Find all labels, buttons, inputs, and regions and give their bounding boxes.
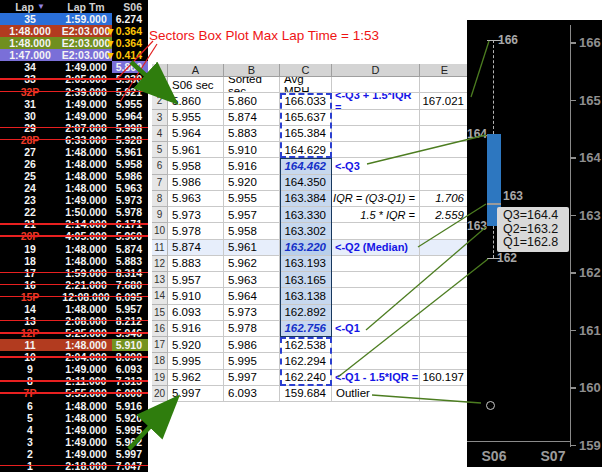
cell-e[interactable] <box>420 353 470 369</box>
cell-a[interactable]: 5.963 <box>168 191 224 207</box>
cell-b[interactable]: 5.997 <box>224 370 280 386</box>
cell-b[interactable]: 5.963 <box>224 272 280 288</box>
cell-e[interactable] <box>420 175 470 191</box>
lap-row[interactable]: 1:48.000E2:03.000▼0.364 <box>0 25 148 37</box>
sector-s06-cell[interactable]: 5.928 <box>112 134 148 146</box>
cell-c[interactable]: 163.302 <box>280 223 332 239</box>
lap-row[interactable]: 61:48.0005.916 <box>0 400 148 412</box>
cell-d[interactable]: Outlier <box>332 386 420 402</box>
lap-number-cell[interactable]: 25 <box>0 170 60 182</box>
cell-a[interactable]: 5.962 <box>168 370 224 386</box>
cell-b[interactable]: 6.093 <box>224 386 280 402</box>
cell-a[interactable]: 5.920 <box>168 337 224 353</box>
sector-s06-cell[interactable]: ▼0.364 <box>112 37 148 49</box>
cell-e[interactable] <box>420 77 470 93</box>
cell-e[interactable] <box>420 272 470 288</box>
lap-time-cell[interactable]: 2:21.000 <box>60 279 112 291</box>
cell-e[interactable] <box>420 288 470 304</box>
row-number[interactable]: 11 <box>152 240 168 256</box>
lap-row[interactable]: 162:21.0007.680 <box>0 279 148 291</box>
cell-d[interactable] <box>332 288 420 304</box>
row-number[interactable]: 9 <box>152 207 168 223</box>
cell-e[interactable]: 2.559 <box>420 207 470 223</box>
cell-c[interactable]: 162.240 <box>280 370 332 386</box>
cell-b[interactable]: 5.916 <box>224 158 280 174</box>
lap-number-cell[interactable]: 6 <box>0 400 60 412</box>
lap-number-cell[interactable]: 33 <box>0 73 60 85</box>
lap-time-cell[interactable]: 1:48.000 <box>60 339 112 351</box>
cell-c[interactable]: Avg MPH <box>280 77 332 93</box>
sector-s06-cell[interactable]: 6.274 <box>112 13 148 25</box>
cell-d[interactable] <box>332 353 420 369</box>
lap-number-cell[interactable]: 22 <box>0 206 60 218</box>
row-number[interactable]: 3 <box>152 110 168 126</box>
lap-row[interactable]: 102:04.0008.090 <box>0 351 148 363</box>
cell-a[interactable]: 5.916 <box>168 321 224 337</box>
lap-row[interactable]: 32P2:39.0005.921 <box>0 85 148 97</box>
lap-number-cell[interactable]: 13 <box>0 315 60 327</box>
lap-row[interactable]: 91:49.0006.093 <box>0 363 148 375</box>
lap-row[interactable]: 221:50.0005.978 <box>0 206 148 218</box>
row-number[interactable]: 19 <box>152 370 168 386</box>
lap-number-cell[interactable]: 34 <box>0 61 60 73</box>
lap-row[interactable]: 82:11.0007.313 <box>0 375 148 387</box>
lap-row[interactable]: 292:07.0005.998 <box>0 122 148 134</box>
cell-a[interactable]: 5.978 <box>168 223 224 239</box>
cell-a[interactable]: 6.093 <box>168 305 224 321</box>
sector-s06-cell[interactable]: 5.930 <box>112 73 148 85</box>
cell-a[interactable]: 5.957 <box>168 272 224 288</box>
sector-s06-cell[interactable]: 7.680 <box>112 279 148 291</box>
sector-s06-cell[interactable]: 8.090 <box>112 351 148 363</box>
sector-s06-cell[interactable]: 5.963 <box>112 182 148 194</box>
row-number[interactable]: 6 <box>152 158 168 174</box>
cell-a[interactable]: 5.860 <box>168 93 224 109</box>
cell-d[interactable]: IQR = (Q3-Q1) = <box>332 191 420 207</box>
cell-b[interactable]: 5.860 <box>224 93 280 109</box>
cell-e[interactable] <box>420 223 470 239</box>
lap-time-cell[interactable]: 1:48.000 <box>60 303 112 315</box>
lap-time-cell[interactable]: 1:48.000 <box>60 400 112 412</box>
cell-b[interactable]: 5.920 <box>224 175 280 191</box>
row-number[interactable]: 1 <box>152 77 168 93</box>
lap-row[interactable]: 1:48.000E2:03.000▼0.364 <box>0 37 148 49</box>
cell-e[interactable] <box>420 240 470 256</box>
sector-s06-cell[interactable]: 5.973 <box>112 194 148 206</box>
cell-a[interactable]: S06 sec <box>168 77 224 93</box>
lap-row[interactable]: 1:47.000E2:03.000▼0.414 <box>0 49 148 61</box>
lap-time-cell[interactable]: 2:14.000 <box>60 218 112 230</box>
lap-row[interactable]: 111:48.0005.910 <box>0 339 148 351</box>
cell-e[interactable] <box>420 321 470 337</box>
lap-number-cell[interactable]: 8 <box>0 375 60 387</box>
cell-c[interactable]: 164.350 <box>280 175 332 191</box>
lap-number-cell[interactable]: 18 <box>0 255 60 267</box>
cell-c[interactable]: 162.892 <box>280 305 332 321</box>
cell-b[interactable]: 5.961 <box>224 240 280 256</box>
lap-row[interactable]: 212:14.0006.171 <box>0 218 148 230</box>
sector-s06-cell[interactable]: 8.314 <box>112 267 148 279</box>
lap-time-cell[interactable]: 1:49.000 <box>60 448 112 460</box>
lap-number-cell[interactable]: 1:48.000 <box>0 37 60 49</box>
lap-row[interactable]: 141:48.0005.957 <box>0 303 148 315</box>
cell-a[interactable]: 5.955 <box>168 110 224 126</box>
lap-time-cell[interactable]: 1:48.000 <box>60 146 112 158</box>
cell-b[interactable]: 5.957 <box>224 207 280 223</box>
cell-c[interactable]: 165.384 <box>280 126 332 142</box>
cell-d[interactable] <box>332 305 420 321</box>
cell-b[interactable]: 5.978 <box>224 321 280 337</box>
lap-time-cell[interactable]: 2:11.000 <box>60 375 112 387</box>
cell-a[interactable]: 5.997 <box>168 386 224 402</box>
cell-c[interactable]: 163.384 <box>280 191 332 207</box>
sector-s06-cell[interactable]: 5.920 <box>112 412 148 424</box>
cell-b[interactable]: 5.955 <box>224 191 280 207</box>
cell-a[interactable]: 5.910 <box>168 288 224 304</box>
lap-number-cell[interactable]: 28P <box>0 134 60 146</box>
lap-number-cell[interactable]: 4 <box>0 424 60 436</box>
sector-s06-cell[interactable]: 5.998 <box>112 122 148 134</box>
cell-a[interactable]: 5.964 <box>168 126 224 142</box>
cell-e[interactable] <box>420 337 470 353</box>
lap-number-cell[interactable]: 10 <box>0 351 60 363</box>
lap-time-cell[interactable]: 5:25.000 <box>60 327 112 339</box>
cell-e[interactable] <box>420 305 470 321</box>
cell-d[interactable] <box>332 175 420 191</box>
lap-time-cell[interactable]: 1:48.000 <box>60 182 112 194</box>
